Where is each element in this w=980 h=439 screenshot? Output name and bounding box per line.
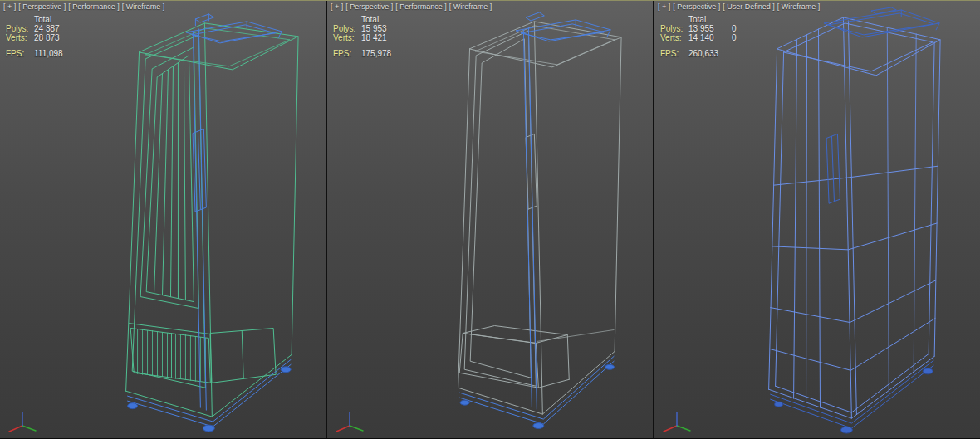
verts-value: 28 873 [34,33,72,42]
vp2-plus-menu[interactable]: [ + ] [331,2,343,11]
axis-tripod [4,406,41,436]
viewport-2-statistics: Total Polys: 15 953 Verts: 18 421 FPS: 1… [333,15,421,58]
vp3-plus-menu[interactable]: [ + ] [658,2,670,11]
viewport-2[interactable]: [ + ] [ Perspective ] [ Performance ] [ … [327,1,653,438]
viewport-1[interactable]: [ + ] [ Perspective ] [ Performance ] [ … [0,1,326,438]
fridge-wireframe-midpoly [327,1,653,438]
fps-label: FPS: [333,49,361,58]
vp3-quality-menu[interactable]: [ User Defined ] [723,2,775,11]
verts-value: 14 140 [688,33,727,42]
vp3-pov-menu[interactable]: [ Perspective ] [673,2,720,11]
x-axis [664,426,677,432]
viewport-1-statistics: Total Polys: 24 387 Verts: 28 873 FPS: 1… [6,15,94,58]
viewport-1-label-bar: [ + ] [ Perspective ] [ Performance ] [ … [3,2,164,11]
verts-label: Verts: [333,33,361,42]
y-axis [22,426,36,431]
fps-label: FPS: [6,49,34,58]
fps-value: 175,978 [361,49,399,58]
verts-extra-value: 0 [727,33,748,42]
x-axis [9,426,22,432]
blue-selection-edges [460,12,615,429]
vp2-shading-menu[interactable]: [ Wireframe ] [449,2,492,11]
stats-total-header: Total [688,15,727,24]
blue-wireframe [769,17,940,418]
x-axis [336,426,350,432]
polys-value: 13 955 [688,24,727,33]
viewport-2-label-bar: [ + ] [ Perspective ] [ Performance ] [ … [331,2,492,11]
viewport-3[interactable]: [ + ] [ Perspective ] [ User Defined ] [… [654,1,980,438]
y-axis [677,426,690,431]
vp1-shading-menu[interactable]: [ Wireframe ] [122,2,165,11]
verts-value: 18 421 [361,33,399,42]
viewport-layout: [ + ] [ Perspective ] [ Performance ] [ … [0,0,980,439]
gray-wireframe [458,22,621,414]
fridge-wireframe-lowpoly [654,1,980,438]
blue-selection-edges [128,14,291,432]
vp1-quality-menu[interactable]: [ Performance ] [68,2,120,11]
stats-total-header: Total [361,15,399,24]
fps-value: 111,098 [34,49,72,58]
polys-label: Polys: [333,24,361,33]
vp1-pov-menu[interactable]: [ Perspective ] [18,2,66,11]
stats-total-header: Total [34,15,72,24]
axis-tripod [331,406,368,436]
viewport-3-statistics: Total Polys: 13 955 0 Verts: 14 140 0 FP… [660,15,748,58]
green-wireframe [126,23,298,417]
polys-label: Polys: [660,24,688,33]
fps-label: FPS: [660,49,688,58]
verts-label: Verts: [6,33,34,42]
polys-value: 15 953 [361,24,399,33]
y-axis [350,426,363,431]
vp3-shading-menu[interactable]: [ Wireframe ] [777,2,821,11]
dark-blue-details [771,7,939,433]
fps-value: 260,633 [688,49,727,58]
polys-label: Polys: [6,24,34,33]
verts-label: Verts: [660,33,688,42]
vp2-quality-menu[interactable]: [ Performance ] [395,2,447,11]
vp2-pov-menu[interactable]: [ Perspective ] [345,2,393,11]
axis-tripod [659,406,695,436]
vp1-plus-menu[interactable]: [ + ] [3,2,16,11]
polys-value: 24 387 [34,24,72,33]
polys-extra-value: 0 [727,24,748,33]
viewport-3-label-bar: [ + ] [ Perspective ] [ User Defined ] [… [658,2,820,11]
fridge-wireframe-highpoly [0,1,326,438]
